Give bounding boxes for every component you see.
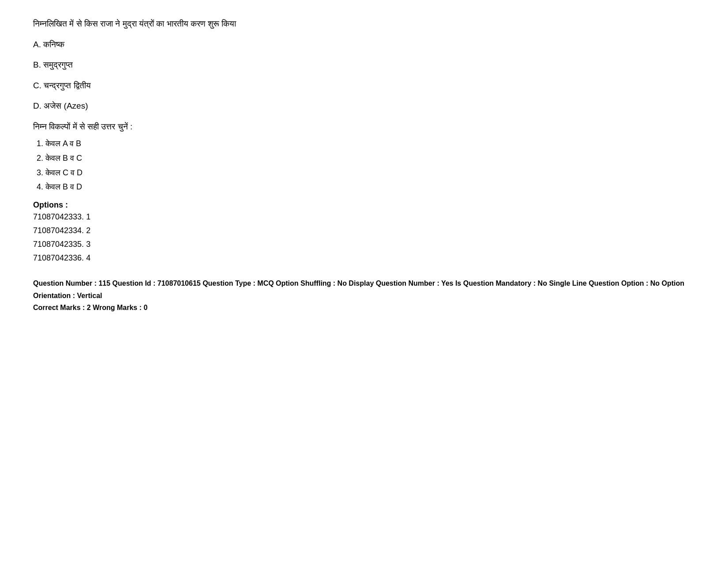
- meta-line2: Correct Marks : 2 Wrong Marks : 0: [33, 302, 695, 314]
- option-a-label: A.: [33, 40, 41, 49]
- option-b: B. समुद्रगुप्त: [33, 59, 695, 72]
- option-id-2-val: 2: [86, 226, 90, 235]
- option-id-4-id: 71087042336.: [33, 253, 84, 262]
- sub-option-4-text: केवल B व D: [45, 182, 82, 191]
- sub-option-3: 3. केवल C व D: [33, 166, 695, 179]
- option-id-2-id: 71087042334.: [33, 226, 84, 235]
- option-id-1-id: 71087042333.: [33, 212, 84, 221]
- option-id-4: 71087042336. 4: [33, 252, 695, 264]
- option-d-text: अजेस (Azes): [44, 101, 88, 110]
- sub-option-1-text: केवल A व B: [45, 139, 81, 148]
- option-a-text: कनिष्क: [43, 40, 64, 49]
- sub-option-2-num: 2.: [37, 154, 43, 162]
- option-b-text: समुद्रगुप्त: [43, 60, 73, 69]
- option-d: D. अजेस (Azes): [33, 100, 695, 113]
- question-container: निम्नलिखित में से किस राजा ने मुद्रा यंत…: [33, 18, 695, 314]
- meta-line1: Question Number : 115 Question Id : 7108…: [33, 277, 695, 301]
- option-c-text: चन्द्रगुप्त द्वितीय: [44, 81, 90, 90]
- sub-option-3-num: 3.: [37, 168, 43, 177]
- option-d-label: D.: [33, 101, 41, 110]
- option-id-2: 71087042334. 2: [33, 224, 695, 237]
- option-id-3: 71087042335. 3: [33, 238, 695, 251]
- option-id-1: 71087042333. 1: [33, 211, 695, 223]
- option-c-label: C.: [33, 81, 41, 90]
- option-c: C. चन्द्रगुप्त द्वितीय: [33, 79, 695, 92]
- option-id-3-id: 71087042335.: [33, 240, 84, 249]
- sub-option-1: 1. केवल A व B: [33, 137, 695, 150]
- option-id-3-val: 3: [86, 240, 90, 249]
- meta-info: Question Number : 115 Question Id : 7108…: [33, 277, 695, 314]
- sub-option-4: 4. केवल B व D: [33, 181, 695, 193]
- sub-option-4-num: 4.: [37, 182, 43, 191]
- option-id-1-val: 1: [86, 212, 90, 221]
- option-b-label: B.: [33, 60, 41, 69]
- options-label: Options :: [33, 200, 695, 210]
- sub-option-1-num: 1.: [37, 139, 43, 148]
- sub-option-2-text: केवल B व C: [45, 154, 82, 162]
- sub-option-3-text: केवल C व D: [45, 168, 83, 177]
- sub-options-heading: निम्न विकल्पों में से सही उत्तर चुनें :: [33, 121, 695, 133]
- option-id-4-val: 4: [86, 253, 90, 262]
- sub-option-2: 2. केवल B व C: [33, 152, 695, 165]
- question-text: निम्नलिखित में से किस राजा ने मुद्रा यंत…: [33, 18, 695, 30]
- option-a: A. कनिष्क: [33, 38, 695, 51]
